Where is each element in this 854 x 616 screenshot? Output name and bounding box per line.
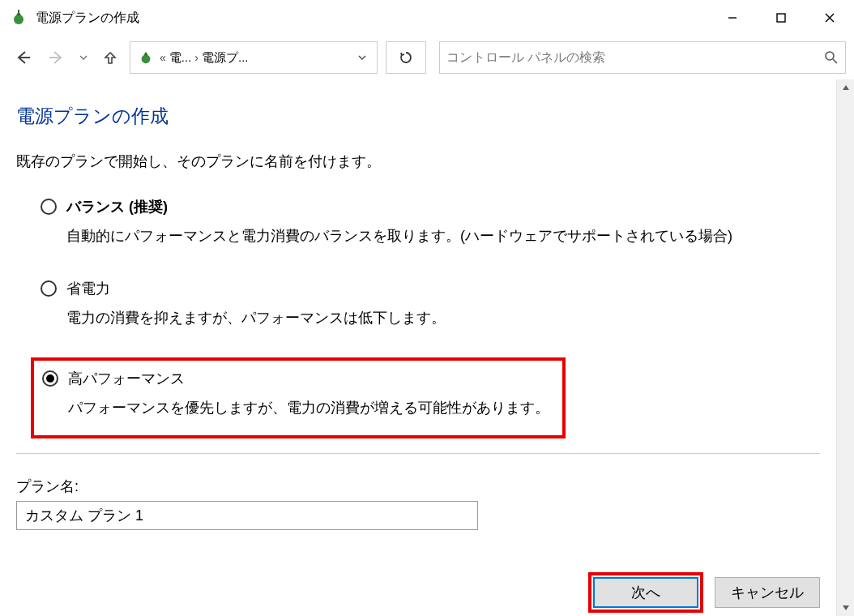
breadcrumb-seg-1[interactable]: 電... [168,50,194,66]
search-box[interactable] [439,41,846,74]
radio-power-saver[interactable] [41,280,57,297]
radio-balance[interactable] [41,199,57,215]
window-title: 電源プランの作成 [36,10,139,27]
chevron-left-icon: « [158,51,168,64]
next-button-highlight: 次へ [588,572,703,613]
svg-point-0 [14,15,23,24]
option-high-performance-desc: パフォーマンスを優先しますが、電力の消費が増える可能性があります。 [68,396,554,420]
titlebar: 電源プランの作成 [0,0,854,36]
option-balance-label: バランス (推奨) [66,197,168,216]
svg-rect-3 [777,14,785,22]
breadcrumb-seg-2[interactable]: 電源プ... [200,50,250,66]
app-icon [10,9,28,27]
chevron-down-icon[interactable] [351,53,374,62]
breadcrumb-icon [137,49,155,66]
option-balance-desc: 自動的にパフォーマンスと電力消費のバランスを取ります。(ハードウェアでサポートさ… [66,225,817,248]
close-button[interactable] [805,0,854,36]
svg-rect-1 [18,10,19,13]
page-subtitle: 既存のプランで開始し、そのプランに名前を付けます。 [16,152,820,171]
svg-point-9 [826,52,834,60]
plan-name-input[interactable] [16,501,478,530]
option-balance[interactable]: バランス (推奨) 自動的にパフォーマンスと電力消費のバランスを取ります。(ハー… [37,194,820,251]
nav-row: « 電... › 電源プ... [0,36,854,79]
option-high-performance-label: 高パフォーマンス [68,369,185,388]
radio-high-performance[interactable] [42,370,58,387]
cancel-button[interactable]: キャンセル [715,577,820,608]
divider [16,453,820,454]
scroll-down-icon[interactable] [841,603,851,613]
next-button[interactable]: 次へ [593,577,698,608]
svg-line-10 [833,59,837,63]
forward-button[interactable] [42,43,71,72]
option-power-saver-label: 省電力 [66,279,110,298]
option-power-saver-desc: 電力の消費を抑えますが、パフォーマンスは低下します。 [66,306,817,330]
page-title: 電源プランの作成 [16,104,820,129]
minimize-button[interactable] [708,0,757,36]
breadcrumb[interactable]: « 電... › 電源プ... [130,41,378,74]
scrollbar[interactable] [836,79,854,616]
search-input[interactable] [446,50,818,65]
scroll-up-icon[interactable] [841,83,851,92]
plan-name-label: プラン名: [16,477,820,496]
back-button[interactable] [8,43,37,72]
svg-point-8 [142,54,151,63]
footer-buttons: 次へ キャンセル [588,572,820,613]
recent-dropdown-icon[interactable] [76,43,91,72]
up-button[interactable] [96,43,125,72]
content-area: 電源プランの作成 既存のプランで開始し、そのプランに名前を付けます。 バランス … [0,79,836,616]
refresh-button[interactable] [386,41,426,74]
option-power-saver[interactable]: 省電力 電力の消費を抑えますが、パフォーマンスは低下します。 [37,276,820,333]
search-icon[interactable] [818,50,839,65]
option-high-performance[interactable]: 高パフォーマンス パフォーマンスを優先しますが、電力の消費が増える可能性がありま… [31,357,566,439]
maximize-button[interactable] [757,0,805,36]
chevron-right-icon: › [193,51,200,64]
